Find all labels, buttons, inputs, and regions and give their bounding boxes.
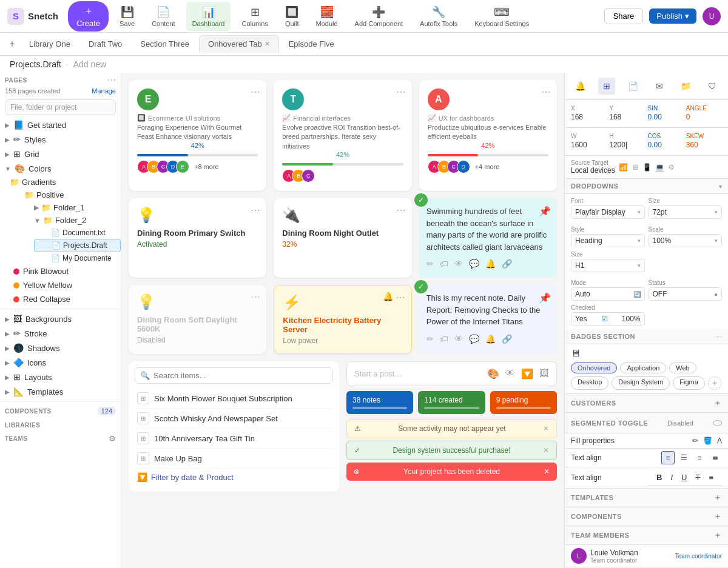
fill-edit-icon[interactable]: ✏ <box>692 436 698 445</box>
underline-button[interactable]: U <box>679 472 689 483</box>
align-center-icon[interactable]: ☰ <box>677 451 690 464</box>
card-menu-icon[interactable]: ⋯ <box>251 86 260 98</box>
note-msg-icon[interactable]: 💬 <box>469 258 479 270</box>
sidebar-item-backgrounds[interactable]: ▶ 🖼 Backgrounds <box>0 312 121 326</box>
size2-select[interactable]: H1 ▾ <box>571 259 645 272</box>
content-button[interactable]: 📄 Content <box>146 2 181 31</box>
alarm-icon[interactable]: 🔔 <box>383 292 393 301</box>
sidebar-item-styles[interactable]: ▶ ✏ Styles <box>0 132 121 147</box>
keyboard-button[interactable]: ⌨ Keyboard Settings <box>468 2 535 31</box>
page-icon[interactable]: 📄 <box>625 78 642 95</box>
dropdowns-section-header[interactable]: DROPDOWNS ▾ <box>565 179 728 194</box>
tab-section-three[interactable]: Section Three <box>132 36 198 52</box>
pages-menu-icon[interactable]: ⋯ <box>107 75 116 85</box>
team-add-icon[interactable]: ＋ <box>713 530 722 541</box>
notif-yellow-close[interactable]: ✕ <box>543 424 549 433</box>
tab-onhovered[interactable]: Onhovered Tab ✕ <box>199 35 279 53</box>
mode-select[interactable]: Auto 🔄 <box>571 287 645 301</box>
teams-settings-icon[interactable]: ⚙ <box>109 434 116 443</box>
notif-green-close[interactable]: ✕ <box>543 446 549 455</box>
bold-button[interactable]: B <box>654 472 664 483</box>
sidebar-color-red[interactable]: Red Collapse <box>0 292 121 306</box>
note-link-icon[interactable]: 🔗 <box>502 258 512 270</box>
templates-section-header[interactable]: TEMPLATES ＋ <box>565 489 728 507</box>
grid-view-icon[interactable]: ⊞ <box>598 78 615 95</box>
h-value[interactable]: 1200| <box>609 139 645 150</box>
post-filter-icon[interactable]: 🔽 <box>521 368 533 379</box>
cos-value[interactable]: 0.00 <box>648 139 684 150</box>
more-format-icon[interactable]: ≡ <box>706 472 716 483</box>
save-button[interactable]: 💾 Save <box>113 2 141 31</box>
sidebar-file-projects-draft[interactable]: 📄 Projects.Draft <box>34 239 121 252</box>
note-edit-icon[interactable]: ✏ <box>426 258 434 270</box>
sidebar-folder-positive[interactable]: 📁 Positive <box>15 189 121 201</box>
card-menu-icon6[interactable]: ⋯ <box>251 291 260 302</box>
sidebar-color-yellow[interactable]: Yellow Mellow <box>0 278 121 292</box>
settings-icon-right[interactable]: ⚙ <box>668 163 675 172</box>
sidebar-folder-gradients[interactable]: 📁 Gradients <box>0 176 121 189</box>
scale-select[interactable]: 100% ▾ <box>649 234 723 247</box>
italic-button[interactable]: I <box>668 472 675 483</box>
badges-section-header[interactable]: BADGES SECTION ⋯ <box>565 329 728 344</box>
badge-application[interactable]: Application <box>620 363 666 373</box>
note-pin-icon[interactable]: 📌 <box>539 204 551 219</box>
status-toggle[interactable]: OFF ● <box>649 287 723 301</box>
note-bell-icon2[interactable]: 🔔 <box>485 333 496 346</box>
sin-value[interactable]: 0.00 <box>648 112 684 122</box>
shield-icon[interactable]: 🛡 <box>704 78 721 95</box>
note-eye-icon[interactable]: 👁 <box>454 258 463 270</box>
card-menu-icon4[interactable]: ⋯ <box>251 204 260 216</box>
badge-add-button[interactable]: ＋ <box>708 376 721 390</box>
card-menu-icon2[interactable]: ⋯ <box>396 86 406 98</box>
sidebar-folder-2[interactable]: ▼ 📁 Folder_2 <box>24 214 121 227</box>
sidebar-file-document[interactable]: 📄 Document.txt <box>34 227 121 239</box>
tab-add-button[interactable]: ＋ <box>5 37 19 52</box>
note-eye-icon2[interactable]: 👁 <box>454 333 463 346</box>
folder-icon-right[interactable]: 📁 <box>678 78 695 95</box>
fill-text-icon[interactable]: A <box>717 436 722 445</box>
mail-icon[interactable]: ✉ <box>651 78 668 95</box>
wifi-icon[interactable]: 📶 <box>619 163 628 172</box>
phone-icon[interactable]: 📱 <box>642 163 652 172</box>
tab-episode-five[interactable]: Episode Five <box>280 36 343 52</box>
checked-value[interactable]: Yes ☑ 100% <box>571 312 645 326</box>
autofix-button[interactable]: 🔧 Autofix Tools <box>414 2 463 31</box>
sidebar-item-templates[interactable]: ▶ 📐 Templates <box>0 384 121 399</box>
sidebar-search[interactable]: File, folder or project <box>5 99 116 115</box>
size-select[interactable]: 72pt ▾ <box>649 205 723 219</box>
create-button[interactable]: ＋ Create <box>68 1 109 32</box>
sidebar-color-pink[interactable]: Pink Blowout <box>0 264 121 278</box>
customers-section-header[interactable]: CUSTOMERS ＋ <box>565 394 728 413</box>
templates-add-icon[interactable]: ＋ <box>713 492 722 503</box>
quilt-button[interactable]: 🔲 Quilt <box>279 2 305 31</box>
note-link-icon2[interactable]: 🔗 <box>502 333 512 346</box>
add-component-button[interactable]: ➕ Add Component <box>349 2 410 31</box>
align-justify-icon[interactable]: ≣ <box>709 451 722 464</box>
post-eye-icon[interactable]: 👁 <box>505 368 515 379</box>
sidebar-item-stroke[interactable]: ▶ ✏ Stroke <box>0 326 121 341</box>
user-avatar[interactable]: U <box>703 7 721 25</box>
module-button[interactable]: 🧱 Module <box>310 2 344 31</box>
style-select[interactable]: Heading ▾ <box>571 234 645 247</box>
monitor-device-icon[interactable]: 🖥 <box>571 348 581 359</box>
components-add-icon[interactable]: ＋ <box>713 511 722 522</box>
align-left-icon[interactable]: ≡ <box>661 451 675 464</box>
strikethrough-button[interactable]: T <box>693 472 703 483</box>
tab-library-one[interactable]: Library One <box>21 36 79 52</box>
search-input[interactable] <box>153 371 328 380</box>
badge-onhovered[interactable]: Onhovered <box>571 363 617 373</box>
dashboard-button[interactable]: 📊 Dashboard <box>186 2 231 31</box>
bell-icon[interactable]: 🔔 <box>572 78 589 95</box>
font-select[interactable]: Playfair Display ▾ <box>571 205 645 219</box>
note-msg-icon2[interactable]: 💬 <box>469 333 479 346</box>
sidebar-file-my-documente[interactable]: 📄 My Documente <box>34 252 121 264</box>
sidebar-item-icons[interactable]: ▶ 🔷 Icons <box>0 355 121 370</box>
badge-figma[interactable]: Figma <box>673 376 705 390</box>
sidebar-item-layouts[interactable]: ▶ ⊞ Layouts <box>0 370 121 384</box>
customers-add-icon[interactable]: ＋ <box>713 398 722 409</box>
post-image-icon[interactable]: 🖼 <box>539 368 549 379</box>
angle-value[interactable]: 0 <box>686 112 722 122</box>
columns-button[interactable]: ⊞ Columns <box>235 2 274 31</box>
monitor-icon[interactable]: 🖥 <box>632 163 639 172</box>
card-menu-icon7[interactable]: ⋯ <box>396 292 405 303</box>
